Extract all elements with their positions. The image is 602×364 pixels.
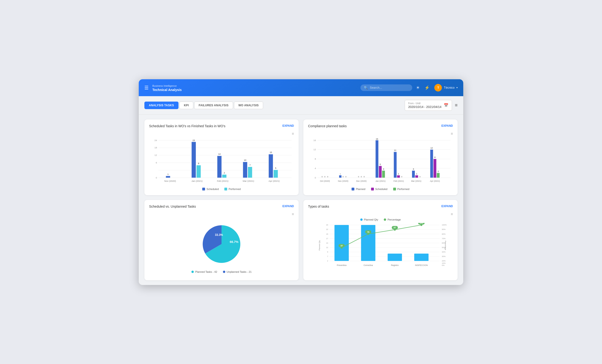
chart4-menu[interactable]: ≡ <box>308 212 453 216</box>
svg-text:15: 15 <box>270 151 272 154</box>
tab-wo[interactable]: WO ANALYSIS <box>234 102 263 109</box>
svg-text:INSPECCION: INSPECCION <box>415 264 428 266</box>
legend-percentage: Percentage <box>384 218 401 221</box>
user-badge[interactable]: T Técnico ▾ <box>434 84 458 91</box>
svg-text:Apr (2021): Apr (2021) <box>430 180 440 182</box>
page-name: Technical Analysis <box>152 88 182 92</box>
svg-rect-19 <box>222 174 226 178</box>
date-picker[interactable]: From - Until 2020/10/14 - 2021/04/14 📅 <box>405 100 452 111</box>
svg-text:8: 8 <box>198 162 199 164</box>
chart3-legend: Planned Tasks - 42 Unplanned Tasks - 21 <box>191 270 252 273</box>
main-content: Scheduled Tasks in WO's vs Finished Task… <box>139 115 463 285</box>
tab-failures[interactable]: FAILURES ANALYSIS <box>194 102 233 109</box>
svg-text:7: 7 <box>249 164 251 166</box>
svg-rect-27 <box>274 170 278 178</box>
svg-text:14: 14 <box>218 153 221 155</box>
legend-performed-label: Performed <box>229 188 241 191</box>
svg-text:0: 0 <box>156 176 157 179</box>
chart4-area: 24 22 19 17 14 12 9 7 2 100% 90% 80% 70%… <box>308 223 453 270</box>
chart2-header: Compliance planned tasks EXPAND <box>308 124 453 128</box>
svg-rect-74 <box>412 171 415 178</box>
svg-text:10%: 10% <box>442 262 446 264</box>
legend-performed-label: Performed <box>398 188 409 191</box>
svg-text:0: 0 <box>315 176 316 179</box>
chart3-svg: 66.7% 33.3% <box>198 221 245 268</box>
svg-text:37: 37 <box>341 245 343 247</box>
svg-text:0: 0 <box>361 175 362 178</box>
chart3-title: Scheduled vs. Unplanned Tasks <box>149 204 196 208</box>
header-title: Business Intelligence Technical Analysis <box>152 84 357 92</box>
search-bar[interactable]: 🔍 <box>361 85 412 91</box>
header-icons: ☀ ⚡ T Técnico ▾ <box>416 84 458 91</box>
menu-icon[interactable]: ☰ <box>144 85 149 91</box>
svg-text:2: 2 <box>438 170 439 172</box>
svg-rect-50 <box>339 175 342 178</box>
tab-analysis-tasks[interactable]: ANALYSIS TASKS <box>144 102 179 109</box>
filter-icon[interactable]: ≡ <box>455 103 458 108</box>
performed-color <box>393 188 396 191</box>
app-window: ☰ Business Intelligence Technical Analys… <box>139 79 463 285</box>
chart4-expand[interactable]: EXPAND <box>441 204 453 208</box>
calendar-icon[interactable]: 📅 <box>444 103 448 107</box>
legend-performed: Performed <box>224 188 241 191</box>
chart2-legend: Planned Scheduled Performed <box>308 188 453 191</box>
chart-compliance: Compliance planned tasks EXPAND ≡ 16 12 … <box>303 119 458 195</box>
chevron-down-icon: ▾ <box>456 86 458 89</box>
svg-rect-66 <box>382 171 385 178</box>
svg-text:14: 14 <box>326 242 328 244</box>
svg-text:0: 0 <box>401 175 402 178</box>
scheduled-color <box>202 188 205 191</box>
chart3-expand[interactable]: EXPAND <box>282 204 294 208</box>
svg-text:Dec (2020): Dec (2020) <box>356 180 366 182</box>
svg-rect-68 <box>394 152 397 178</box>
svg-rect-70 <box>397 175 400 178</box>
planned-qty-color <box>360 218 363 221</box>
svg-rect-25 <box>269 154 273 178</box>
avatar: T <box>434 84 442 91</box>
svg-text:100%: 100% <box>442 224 447 226</box>
legend-unplanned-tasks: Unplanned Tasks - 21 <box>223 270 252 273</box>
svg-text:16: 16 <box>313 139 316 141</box>
date-range-content: From - Until 2020/10/14 - 2021/04/14 <box>408 102 442 109</box>
svg-text:8: 8 <box>434 156 436 159</box>
toolbar: ANALYSIS TASKS KPI FAILURES ANALYSIS WO … <box>139 96 463 115</box>
svg-text:70%: 70% <box>442 237 446 239</box>
chart2-menu[interactable]: ≡ <box>308 132 453 136</box>
svg-text:0: 0 <box>343 175 344 178</box>
svg-text:Percentage: Percentage <box>444 241 447 250</box>
svg-text:0: 0 <box>419 175 421 178</box>
svg-text:22: 22 <box>326 228 328 230</box>
svg-text:0: 0 <box>324 175 325 178</box>
svg-text:Nov (2020): Nov (2020) <box>338 180 348 182</box>
svg-text:2: 2 <box>327 260 328 262</box>
chart1-header: Scheduled Tasks in WO's vs Finished Task… <box>149 124 294 128</box>
chart1-title: Scheduled Tasks in WO's vs Finished Task… <box>149 124 226 128</box>
chart4-legend-top: Planned Qty Percentage <box>308 218 453 221</box>
svg-rect-23 <box>248 167 252 178</box>
legend-pct-label: Percentage <box>387 218 401 221</box>
svg-text:24: 24 <box>326 224 328 226</box>
lightning-icon[interactable]: ⚡ <box>424 85 430 90</box>
svg-text:Jan (2021): Jan (2021) <box>376 180 386 182</box>
svg-text:Mar (2021): Mar (2021) <box>243 180 254 182</box>
svg-rect-13 <box>192 142 196 178</box>
chart3-menu[interactable]: ≡ <box>149 212 294 216</box>
chart1-menu[interactable]: ≡ <box>149 132 294 136</box>
planned-color <box>352 188 354 191</box>
search-input[interactable] <box>370 86 407 89</box>
legend-planned-qty: Planned Qty <box>360 218 378 221</box>
brightness-icon[interactable]: ☀ <box>416 85 420 90</box>
svg-rect-128 <box>387 254 402 261</box>
chart3-area: 66.7% 33.3% Planned Tasks - 42 Unplanned… <box>149 218 294 276</box>
svg-text:0: 0 <box>327 175 328 178</box>
tab-kpi[interactable]: KPI <box>179 102 193 109</box>
legend-planned-qty-label: Planned Qty <box>364 218 378 221</box>
chart1-expand[interactable]: EXPAND <box>282 124 294 128</box>
svg-text:87: 87 <box>394 226 396 229</box>
svg-text:12: 12 <box>430 147 433 149</box>
user-name: Técnico <box>444 86 455 89</box>
chart2-expand[interactable]: EXPAND <box>441 124 453 128</box>
date-label: From - Until <box>408 102 442 105</box>
unplanned-tasks-color <box>223 271 225 273</box>
svg-text:0: 0 <box>364 175 365 178</box>
